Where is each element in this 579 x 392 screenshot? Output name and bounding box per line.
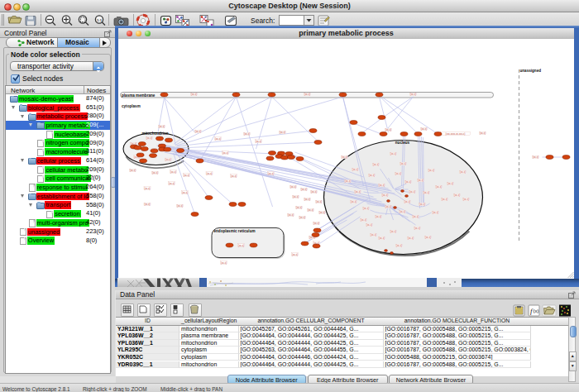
svg-text:(xx-x): (xx-x): [369, 174, 375, 177]
svg-text:(xx-x): (xx-x): [410, 93, 416, 96]
svg-text:(xx-x): (xx-x): [256, 140, 261, 143]
svg-text:(xx-x): (xx-x): [311, 190, 317, 194]
svg-text:(xx-x): (xx-x): [421, 127, 427, 131]
svg-text:(xx-x): (xx-x): [304, 93, 310, 96]
svg-text:(xx-x): (xx-x): [480, 131, 486, 135]
svg-text:(xx-x): (xx-x): [290, 185, 296, 189]
svg-text:(xx-x): (xx-x): [280, 131, 285, 134]
svg-text:(xx-x): (xx-x): [355, 190, 361, 194]
svg-text:(xx-x): (xx-x): [428, 169, 434, 172]
svg-text:(xx-x): (xx-x): [169, 182, 175, 185]
svg-text:(xx-x): (xx-x): [390, 230, 396, 233]
svg-text:unassigned: unassigned: [520, 69, 542, 73]
svg-text:(xx-x): (xx-x): [304, 198, 310, 201]
svg-text:(xx-x): (xx-x): [191, 93, 197, 96]
svg-text:(xx-x): (xx-x): [400, 210, 405, 213]
svg-text:(xx-x): (xx-x): [409, 190, 415, 194]
svg-text:(xx-x): (xx-x): [292, 253, 298, 256]
svg-text:(xx-x): (xx-x): [195, 130, 201, 133]
svg-text:(xx-x): (xx-x): [342, 155, 347, 159]
svg-text:Search:: Search:: [251, 17, 275, 25]
svg-text:(xx-x): (xx-x): [268, 172, 274, 175]
svg-text:(xx-x): (xx-x): [376, 215, 381, 218]
svg-text:(xx-x): (xx-x): [316, 200, 322, 203]
svg-text:(xx-x): (xx-x): [301, 188, 307, 191]
svg-text:(xx-x): (xx-x): [390, 152, 396, 155]
svg-text:(xx-x): (xx-x): [433, 211, 438, 214]
svg-text:(x): (x): [534, 308, 539, 313]
svg-text:(xx-x): (xx-x): [238, 244, 244, 247]
svg-text:(xx-x): (xx-x): [414, 227, 420, 230]
svg-text:(xx-x): (xx-x): [460, 170, 466, 174]
svg-text:(xx-x): (xx-x): [145, 203, 151, 206]
svg-text:(xx-x): (xx-x): [146, 136, 152, 140]
svg-text:(xx-x): (xx-x): [231, 174, 237, 178]
svg-text:mitochondrion: mitochondrion: [141, 131, 168, 136]
svg-text:plasma membrane: plasma membrane: [122, 93, 156, 98]
svg-text:(xx-x): (xx-x): [418, 179, 423, 182]
svg-text:(xx-x): (xx-x): [413, 215, 419, 218]
svg-text:(xx-x): (xx-x): [165, 158, 171, 161]
svg-text:(xx-x): (xx-x): [436, 185, 442, 189]
svg-text:(xx-x): (xx-x): [184, 174, 189, 177]
svg-text:(xx-x): (xx-x): [351, 200, 356, 203]
svg-text:(xx-x): (xx-x): [170, 170, 176, 174]
svg-text:(xx-x): (xx-x): [319, 211, 325, 214]
svg-text:(xx-x): (xx-x): [382, 194, 388, 197]
svg-text:(xx-x): (xx-x): [177, 204, 183, 208]
svg-text:cytoplasm: cytoplasm: [122, 104, 141, 108]
svg-text:(xx-x): (xx-x): [371, 233, 376, 237]
svg-text:(xx-x): (xx-x): [425, 236, 431, 239]
svg-text:(xx-x): (xx-x): [207, 172, 213, 175]
svg-text:(xx-x): (xx-x): [405, 180, 411, 184]
svg-text:(xx-x): (xx-x): [361, 218, 366, 222]
svg-text:(xx-x): (xx-x): [447, 182, 453, 185]
svg-text:(xx-x): (xx-x): [182, 191, 188, 194]
svg-text:(xx-x): (xx-x): [454, 194, 460, 197]
svg-text:(xx-x): (xx-x): [419, 203, 425, 206]
svg-text:(xx-x): (xx-x): [352, 168, 358, 171]
svg-text:(xx-x): (xx-x): [152, 171, 158, 174]
svg-text:(xx-x): (xx-x): [363, 207, 369, 210]
svg-text:(xx-x): (xx-x): [223, 151, 228, 155]
svg-text:(xx-x): (xx-x): [533, 155, 538, 159]
svg-text:(xx-x): (xx-x): [308, 208, 313, 212]
svg-text:(xx-x): (xx-x): [366, 223, 372, 227]
svg-text:(xx-x): (xx-x): [215, 137, 221, 141]
svg-text:(xx-x): (xx-x): [442, 198, 447, 201]
svg-text:(xxx-xxxx-xx-xxx-x): (xxx-xxxx-xx-xxx-x): [446, 132, 466, 136]
svg-text:endoplasmic reticulum: endoplasmic reticulum: [214, 229, 256, 233]
svg-text:(xx-x): (xx-x): [463, 198, 469, 201]
svg-text:(xx-x): (xx-x): [373, 163, 379, 166]
svg-text:(xx-x): (xx-x): [395, 172, 401, 175]
svg-text:(xx-x): (xx-x): [299, 216, 305, 219]
svg-text:(xx-x): (xx-x): [244, 132, 250, 136]
svg-text:(xx-x): (xx-x): [296, 206, 302, 209]
svg-text:(xx-x): (xx-x): [385, 128, 391, 131]
svg-text:1:1: 1:1: [97, 18, 103, 22]
svg-text:(xx-x): (xx-x): [288, 213, 294, 217]
svg-text:nucleus: nucleus: [395, 141, 410, 145]
svg-text:(xx-x): (xx-x): [159, 125, 165, 128]
svg-text:(xx-x): (xx-x): [379, 184, 385, 187]
svg-text:(xx-x): (xx-x): [145, 187, 151, 190]
svg-text:(xx-x): (xx-x): [293, 195, 299, 198]
svg-text:(xx-x): (xx-x): [345, 179, 351, 183]
svg-text:(xx-x): (xx-x): [400, 162, 406, 165]
svg-text:(xx-x): (xx-x): [313, 222, 319, 225]
svg-text:(xx-x): (xx-x): [404, 200, 410, 203]
svg-text:(xx-x): (xx-x): [396, 244, 402, 247]
svg-text:(xx-x): (xx-x): [221, 261, 227, 265]
svg-text:(xx-x): (xx-x): [130, 169, 136, 172]
svg-text:(xx-x): (xx-x): [423, 191, 429, 194]
svg-text:(xx-x): (xx-x): [379, 237, 385, 240]
svg-text:(xx-x): (xx-x): [408, 237, 414, 240]
svg-text:(xx-x): (xx-x): [385, 205, 391, 208]
